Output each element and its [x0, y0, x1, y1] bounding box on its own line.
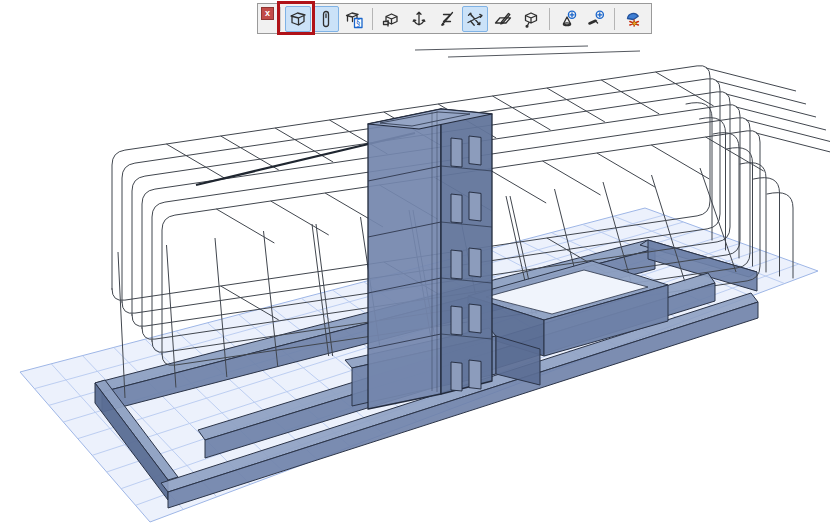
plane-pencil-icon: [493, 9, 513, 29]
cone-zoom-plus-icon: [558, 9, 578, 29]
crossed-axes-icon: [465, 9, 485, 29]
toolbar-button-cutaway-settings[interactable]: §: [341, 6, 367, 32]
3d-viewport[interactable]: [0, 0, 830, 527]
toolbar-button-zoom-to-line[interactable]: [583, 6, 609, 32]
cube-pin-icon: [521, 9, 541, 29]
toolbar-button-zoom-to-cone[interactable]: [555, 6, 581, 32]
toolbar-separator: [614, 8, 615, 30]
toolbar-button-cutaway-display[interactable]: [285, 6, 311, 32]
toolbar-button-move-plane-tool[interactable]: [406, 6, 432, 32]
toolbar-separator: [372, 8, 373, 30]
unpin-z-icon: [437, 9, 457, 29]
toolbar-button-cutting-plane-capsule[interactable]: [313, 6, 339, 32]
toolbar-separator: [549, 8, 550, 30]
vertical-capsule-icon: [316, 9, 336, 29]
toolbar-button-unpin-tool[interactable]: [434, 6, 460, 32]
line-zoom-plus-icon: [586, 9, 606, 29]
floating-toolbar: x §: [257, 3, 652, 34]
toolbar-grip: [280, 7, 281, 31]
toolbar-button-cube-flag-tool[interactable]: [378, 6, 404, 32]
close-toolbar-button[interactable]: x: [261, 7, 274, 20]
application-window: x §: [0, 0, 830, 527]
toolbar-button-orbit-3d-view[interactable]: [620, 6, 646, 32]
box-section-icon: §: [344, 9, 364, 29]
toolbar-button-edit-plane-tool[interactable]: [490, 6, 516, 32]
core-tower[interactable]: [368, 109, 492, 409]
spread-arrows-icon: [409, 9, 429, 29]
toolbar-button-cube-pin-tool[interactable]: [518, 6, 544, 32]
orbit-sphere-icon: [623, 9, 643, 29]
cutaway-box-icon: [288, 9, 308, 29]
toolbar-button-editing-plane-axes[interactable]: [462, 6, 488, 32]
cube-flag-icon: [381, 9, 401, 29]
svg-text:§: §: [356, 18, 360, 27]
